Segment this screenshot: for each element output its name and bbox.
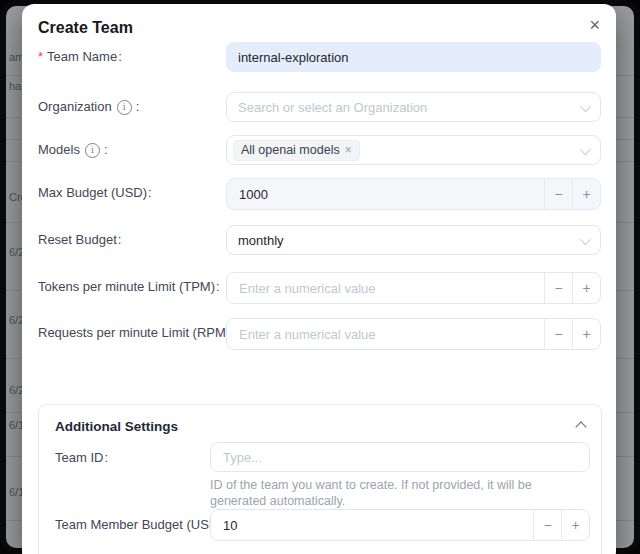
organization-label: Organization i : [38,92,139,122]
minus-icon[interactable]: − [544,319,572,349]
tpm-row: Tokens per minute Limit (TPM): − + [22,272,616,302]
reset-budget-row: Reset Budget: monthly [22,225,616,255]
rpm-stepper: − + [226,318,601,350]
minus-icon[interactable]: − [544,179,572,209]
minus-icon[interactable]: − [533,510,561,540]
team-member-budget-stepper: − + [210,509,590,541]
models-select[interactable]: All openai models × [226,135,601,165]
model-tag: All openai models × [233,140,360,161]
required-asterisk: * [38,42,43,72]
model-tag-label: All openai models [241,142,340,159]
max-budget-row: Max Budget (USD): − + [22,178,616,208]
chevron-down-icon [580,234,591,245]
tpm-stepper: − + [226,272,601,304]
reset-budget-value: monthly [238,233,284,248]
create-team-modal: Create Team × * Team Name: Organization … [22,4,616,554]
team-name-input[interactable] [226,42,601,72]
window-frame: amharCre6/26/26/26/16/1 Create Team × * … [0,0,640,554]
modal-title: Create Team [38,19,133,37]
team-member-budget-input[interactable] [211,510,533,540]
models-row: Models i : All openai models × [22,135,616,165]
tpm-input[interactable] [227,273,544,303]
plus-icon[interactable]: + [572,273,600,303]
info-icon[interactable]: i [117,100,132,115]
info-icon[interactable]: i [85,143,100,158]
organization-select[interactable]: Search or select an Organization [226,92,601,122]
team-id-help-text: ID of the team you want to create. If no… [210,477,590,509]
organization-row: Organization i : Search or select an Org… [22,92,616,122]
tag-close-icon[interactable]: × [345,142,352,159]
reset-budget-label: Reset Budget: [38,225,121,255]
rpm-label: Requests per minute Limit (RPM): [38,318,235,348]
rpm-input[interactable] [227,319,544,349]
plus-icon[interactable]: + [572,319,600,349]
additional-settings-panel: Additional Settings Team ID: ID of the t… [38,404,602,554]
models-label: Models i : [38,135,108,165]
organization-placeholder: Search or select an Organization [238,100,427,115]
team-id-input[interactable] [210,442,590,472]
minus-icon[interactable]: − [544,273,572,303]
additional-settings-title: Additional Settings [55,419,178,434]
max-budget-input[interactable] [227,179,544,209]
reset-budget-select[interactable]: monthly [226,225,601,255]
chevron-up-icon[interactable] [575,421,586,432]
team-name-row: * Team Name: [22,42,616,72]
max-budget-label: Max Budget (USD): [38,178,152,208]
team-id-label: Team ID: [55,442,108,472]
tpm-label: Tokens per minute Limit (TPM): [38,272,220,302]
team-name-label: * Team Name: [38,42,122,72]
chevron-down-icon [580,101,591,112]
max-budget-stepper: − + [226,178,601,210]
close-icon[interactable]: × [589,16,600,34]
rpm-row: Requests per minute Limit (RPM): − + [22,318,616,348]
chevron-down-icon [580,144,591,155]
plus-icon[interactable]: + [572,179,600,209]
plus-icon[interactable]: + [561,510,589,540]
